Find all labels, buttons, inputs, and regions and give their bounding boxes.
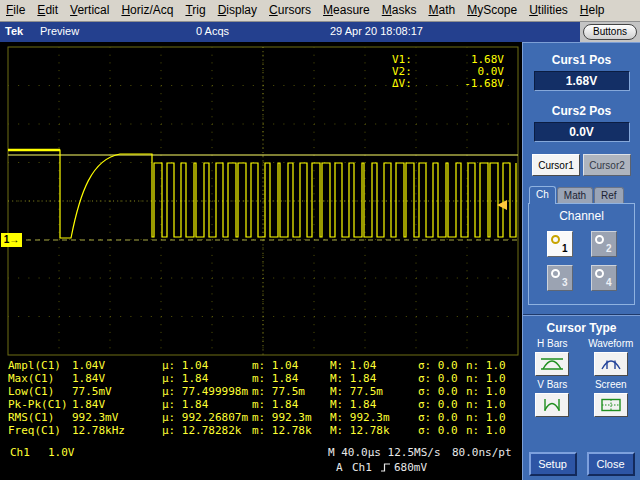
tab-ch[interactable]: Ch xyxy=(529,186,556,204)
channel-3-ring-icon xyxy=(551,269,560,278)
v-bars-icon xyxy=(539,397,565,413)
cursor-type-section: Cursor Type H Bars Waveform xyxy=(523,314,640,417)
waveform-display: V1: 1.68V V2: 0.0V ΔV: -1.68V 1→ Ampl(C1… xyxy=(0,42,522,480)
ch1-waveform xyxy=(8,150,516,238)
measurement-count: n: 1.0 xyxy=(466,411,510,424)
title-bar: Tek Preview 0 Acqs 29 Apr 20 18:08:17 Bu… xyxy=(0,22,640,42)
screen-icon xyxy=(598,397,624,413)
measurement-stddev: σ: 0.0 xyxy=(418,359,466,372)
measurement-max: M: 992.3m xyxy=(330,411,418,424)
oscilloscope-app: File Edit Vertical Horiz/Acq Trig Displa… xyxy=(0,0,640,480)
measurement-row: Freq(C1) 12.78kHz µ: 12.78282k m: 12.78k… xyxy=(8,424,518,437)
datetime: 29 Apr 20 18:08:17 xyxy=(330,25,423,37)
control-panel: Curs1 Pos 1.68V Curs2 Pos 0.0V Cursor1 C… xyxy=(522,42,640,480)
measurement-row: Low(C1) 77.5mV µ: 77.499998m m: 77.5m M:… xyxy=(8,385,518,398)
channel1-reference-marker[interactable]: 1→ xyxy=(1,233,22,247)
measurement-stddev: σ: 0.0 xyxy=(418,424,466,437)
measurement-mean: µ: 1.84 xyxy=(162,372,252,385)
channel-1-button[interactable]: 1 xyxy=(547,231,573,257)
measurement-mean: µ: 12.78282k xyxy=(162,424,252,437)
measurement-max: M: 77.5m xyxy=(330,385,418,398)
menu-cursors[interactable]: Cursors xyxy=(263,0,317,21)
hbars-button[interactable] xyxy=(535,352,569,376)
status-strip: Tek Preview 0 Acqs 29 Apr 20 18:08:17 xyxy=(0,22,580,42)
curs1-pos-value[interactable]: 1.68V xyxy=(534,71,630,91)
measurement-mean: µ: 77.499998m xyxy=(162,385,252,398)
measurement-readouts: Ampl(C1) 1.04V µ: 1.04 m: 1.04 M: 1.04 σ… xyxy=(8,359,518,437)
channel-1-number: 1 xyxy=(562,243,568,254)
sample-interval: 80.0ns/pt xyxy=(452,446,512,459)
measurement-value: 1.04V xyxy=(72,359,162,372)
measurement-count: n: 1.0 xyxy=(466,385,510,398)
buttons-area: Buttons xyxy=(580,22,640,42)
measurement-max: M: 1.84 xyxy=(330,372,418,385)
ch1-volts-per-div: 1.0V xyxy=(48,446,75,459)
h-bars-icon xyxy=(539,356,565,372)
menu-measure[interactable]: Measure xyxy=(317,0,376,21)
measurement-stddev: σ: 0.0 xyxy=(418,372,466,385)
measurement-value: 12.78kHz xyxy=(72,424,162,437)
trigger-status-line: A Ch1 680mV xyxy=(0,461,522,475)
vbars-label: V Bars xyxy=(537,379,567,390)
setup-button[interactable]: Setup xyxy=(529,452,577,476)
measurement-min: m: 12.78k xyxy=(252,424,330,437)
rising-edge-icon xyxy=(380,462,391,476)
channel-label: Channel xyxy=(529,209,634,223)
buttons-button[interactable]: Buttons xyxy=(583,24,637,40)
menu-horiz-acq[interactable]: Horiz/Acq xyxy=(115,0,179,21)
measurement-min: m: 77.5m xyxy=(252,385,330,398)
channel-2-ring-icon xyxy=(595,235,604,244)
channel-3-button[interactable]: 3 xyxy=(547,265,573,291)
hbars-label: H Bars xyxy=(537,338,568,349)
ch1-label: Ch1 xyxy=(10,446,30,459)
cursor1-button[interactable]: Cursor1 xyxy=(532,154,580,176)
menu-help[interactable]: Help xyxy=(574,0,611,21)
menu-trig[interactable]: Trig xyxy=(179,0,211,21)
channel-2-button[interactable]: 2 xyxy=(591,231,617,257)
cursor-select-group: Cursor1 Cursor2 xyxy=(523,154,640,176)
measurement-count: n: 1.0 xyxy=(466,398,510,411)
measurement-mean: µ: 1.04 xyxy=(162,359,252,372)
measurement-name: Freq(C1) xyxy=(8,424,72,437)
tab-ref[interactable]: Ref xyxy=(594,187,624,203)
menu-display[interactable]: Display xyxy=(212,0,263,21)
menu-masks[interactable]: Masks xyxy=(376,0,423,21)
tek-logo: Tek xyxy=(5,25,23,37)
trigger-system-label: A xyxy=(336,461,343,474)
curs1-pos-label: Curs1 Pos xyxy=(523,53,640,67)
menu-vertical[interactable]: Vertical xyxy=(64,0,115,21)
curs2-pos-label: Curs2 Pos xyxy=(523,104,640,118)
measurement-value: 992.3mV xyxy=(72,411,162,424)
graticule xyxy=(0,42,522,362)
measurement-name: RMS(C1) xyxy=(8,411,72,424)
tab-math[interactable]: Math xyxy=(557,187,593,203)
waveform-button[interactable] xyxy=(594,352,628,376)
channel-3-number: 3 xyxy=(562,277,568,288)
channel-4-button[interactable]: 4 xyxy=(591,265,617,291)
measurement-min: m: 1.84 xyxy=(252,398,330,411)
menu-math[interactable]: Math xyxy=(422,0,461,21)
measurement-count: n: 1.0 xyxy=(466,359,510,372)
acquisition-count: 0 Acqs xyxy=(196,25,229,37)
channel-buttons: 1 2 3 4 xyxy=(529,231,634,291)
channel-4-ring-icon xyxy=(595,269,604,278)
measurement-row: Ampl(C1) 1.04V µ: 1.04 m: 1.04 M: 1.04 σ… xyxy=(8,359,518,372)
close-button[interactable]: Close xyxy=(587,452,635,476)
trigger-level: 680mV xyxy=(394,461,427,474)
menu-utilities[interactable]: Utilities xyxy=(523,0,574,21)
cursor2-button[interactable]: Cursor2 xyxy=(583,154,631,176)
curs2-pos-value[interactable]: 0.0V xyxy=(534,122,630,142)
screen-button[interactable] xyxy=(594,393,628,417)
channel-1-ring-icon xyxy=(551,235,560,244)
delta-v-value: -1.68V xyxy=(428,78,504,90)
channel-4-number: 4 xyxy=(606,277,612,288)
menu-edit[interactable]: Edit xyxy=(31,0,64,21)
menu-file[interactable]: File xyxy=(0,0,31,21)
measurement-max: M: 1.04 xyxy=(330,359,418,372)
measurement-min: m: 992.3m xyxy=(252,411,330,424)
measurement-row: Max(C1) 1.84V µ: 1.84 m: 1.84 M: 1.84 σ:… xyxy=(8,372,518,385)
vbars-button[interactable] xyxy=(535,393,569,417)
measurement-value: 1.84V xyxy=(72,372,162,385)
menu-myscope[interactable]: MyScope xyxy=(461,0,523,21)
channel-status-line: Ch1 1.0V M 40.0µs 12.5MS/s 80.0ns/pt xyxy=(0,446,522,460)
